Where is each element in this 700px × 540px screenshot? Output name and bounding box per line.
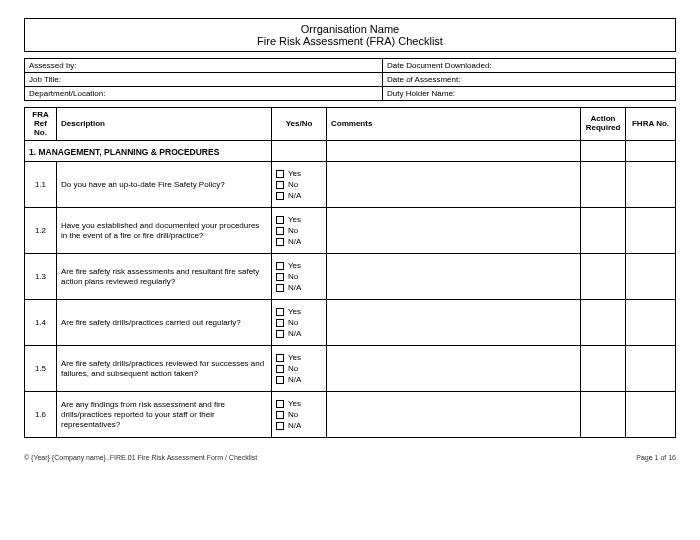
ref-cell: 1.2	[25, 208, 57, 254]
option-no[interactable]: No	[276, 271, 322, 282]
fhra-cell[interactable]	[626, 254, 676, 300]
comments-cell[interactable]	[327, 300, 581, 346]
checkbox-icon[interactable]	[276, 319, 284, 327]
date-downloaded-label: Date Document Downloaded:	[383, 59, 676, 73]
doc-title: Fire Risk Assessment (FRA) Checklist	[25, 35, 675, 47]
main-table: FRA Ref No. Description Yes/No Comments …	[24, 107, 676, 438]
desc-cell: Do you have an up-to-date Fire Safety Po…	[57, 162, 272, 208]
checkbox-icon[interactable]	[276, 227, 284, 235]
header-row: FRA Ref No. Description Yes/No Comments …	[25, 108, 676, 141]
yesno-cell: YesNoN/A	[272, 208, 327, 254]
checkbox-icon[interactable]	[276, 238, 284, 246]
option-no[interactable]: No	[276, 363, 322, 374]
section-heading-row: 1. MANAGEMENT, PLANNING & PROCEDURES	[25, 141, 676, 162]
desc-cell: Are any findings from risk assessment an…	[57, 392, 272, 438]
ref-cell: 1.4	[25, 300, 57, 346]
option-na[interactable]: N/A	[276, 374, 322, 385]
date-assessment-label: Date of Assessment:	[383, 73, 676, 87]
yesno-cell: YesNoN/A	[272, 162, 327, 208]
yesno-cell: YesNoN/A	[272, 300, 327, 346]
option-yes[interactable]: Yes	[276, 352, 322, 363]
comments-cell[interactable]	[327, 254, 581, 300]
th-fhra: FHRA No.	[626, 108, 676, 141]
checkbox-icon[interactable]	[276, 308, 284, 316]
option-yes[interactable]: Yes	[276, 398, 322, 409]
fhra-cell[interactable]	[626, 346, 676, 392]
table-row: 1.6Are any findings from risk assessment…	[25, 392, 676, 438]
comments-cell[interactable]	[327, 346, 581, 392]
checkbox-icon[interactable]	[276, 216, 284, 224]
table-row: 1.1Do you have an up-to-date Fire Safety…	[25, 162, 676, 208]
checkbox-icon[interactable]	[276, 262, 284, 270]
option-yes[interactable]: Yes	[276, 214, 322, 225]
ref-cell: 1.6	[25, 392, 57, 438]
option-na[interactable]: N/A	[276, 282, 322, 293]
option-no[interactable]: No	[276, 179, 322, 190]
assessed-by-label: Assessed by:	[25, 59, 383, 73]
checkbox-icon[interactable]	[276, 422, 284, 430]
option-na[interactable]: N/A	[276, 236, 322, 247]
duty-holder-label: Duty Holder Name:	[383, 87, 676, 101]
th-desc: Description	[57, 108, 272, 141]
action-cell[interactable]	[581, 392, 626, 438]
checkbox-icon[interactable]	[276, 273, 284, 281]
checkbox-icon[interactable]	[276, 400, 284, 408]
comments-cell[interactable]	[327, 208, 581, 254]
checkbox-icon[interactable]	[276, 170, 284, 178]
action-cell[interactable]	[581, 208, 626, 254]
desc-cell: Have you established and documented your…	[57, 208, 272, 254]
checkbox-icon[interactable]	[276, 411, 284, 419]
ref-cell: 1.3	[25, 254, 57, 300]
option-no[interactable]: No	[276, 225, 322, 236]
fhra-cell[interactable]	[626, 300, 676, 346]
fhra-cell[interactable]	[626, 392, 676, 438]
th-comments: Comments	[327, 108, 581, 141]
checkbox-icon[interactable]	[276, 181, 284, 189]
checkbox-icon[interactable]	[276, 354, 284, 362]
option-no[interactable]: No	[276, 409, 322, 420]
fhra-cell[interactable]	[626, 208, 676, 254]
org-name: Orrganisation Name	[25, 23, 675, 35]
comments-cell[interactable]	[327, 392, 581, 438]
action-cell[interactable]	[581, 162, 626, 208]
footer: © {Year} {Company name}..FIRE.01 Fire Ri…	[24, 454, 676, 461]
th-ref: FRA Ref No.	[25, 108, 57, 141]
checkbox-icon[interactable]	[276, 192, 284, 200]
th-action: Action Required	[581, 108, 626, 141]
table-row: 1.5Are fire safety drills/practices revi…	[25, 346, 676, 392]
checkbox-icon[interactable]	[276, 365, 284, 373]
option-yes[interactable]: Yes	[276, 306, 322, 317]
title-box: Orrganisation Name Fire Risk Assessment …	[24, 18, 676, 52]
job-title-label: Job Title:	[25, 73, 383, 87]
option-yes[interactable]: Yes	[276, 260, 322, 271]
ref-cell: 1.5	[25, 346, 57, 392]
yesno-cell: YesNoN/A	[272, 392, 327, 438]
checkbox-icon[interactable]	[276, 376, 284, 384]
dept-location-label: Department/Location:	[25, 87, 383, 101]
th-yn: Yes/No	[272, 108, 327, 141]
desc-cell: Are fire safety risk assessments and res…	[57, 254, 272, 300]
desc-cell: Are fire safety drills/practices carried…	[57, 300, 272, 346]
checkbox-icon[interactable]	[276, 284, 284, 292]
comments-cell[interactable]	[327, 162, 581, 208]
action-cell[interactable]	[581, 346, 626, 392]
option-na[interactable]: N/A	[276, 328, 322, 339]
fhra-cell[interactable]	[626, 162, 676, 208]
table-row: 1.3Are fire safety risk assessments and …	[25, 254, 676, 300]
yesno-cell: YesNoN/A	[272, 254, 327, 300]
checkbox-icon[interactable]	[276, 330, 284, 338]
section-title: 1. MANAGEMENT, PLANNING & PROCEDURES	[25, 141, 272, 162]
table-row: 1.4Are fire safety drills/practices carr…	[25, 300, 676, 346]
option-no[interactable]: No	[276, 317, 322, 328]
table-row: 1.2Have you established and documented y…	[25, 208, 676, 254]
yesno-cell: YesNoN/A	[272, 346, 327, 392]
option-na[interactable]: N/A	[276, 420, 322, 431]
meta-table: Assessed by: Date Document Downloaded: J…	[24, 58, 676, 101]
ref-cell: 1.1	[25, 162, 57, 208]
action-cell[interactable]	[581, 254, 626, 300]
option-na[interactable]: N/A	[276, 190, 322, 201]
desc-cell: Are fire safety drills/practices reviewe…	[57, 346, 272, 392]
option-yes[interactable]: Yes	[276, 168, 322, 179]
action-cell[interactable]	[581, 300, 626, 346]
footer-left: © {Year} {Company name}..FIRE.01 Fire Ri…	[24, 454, 257, 461]
